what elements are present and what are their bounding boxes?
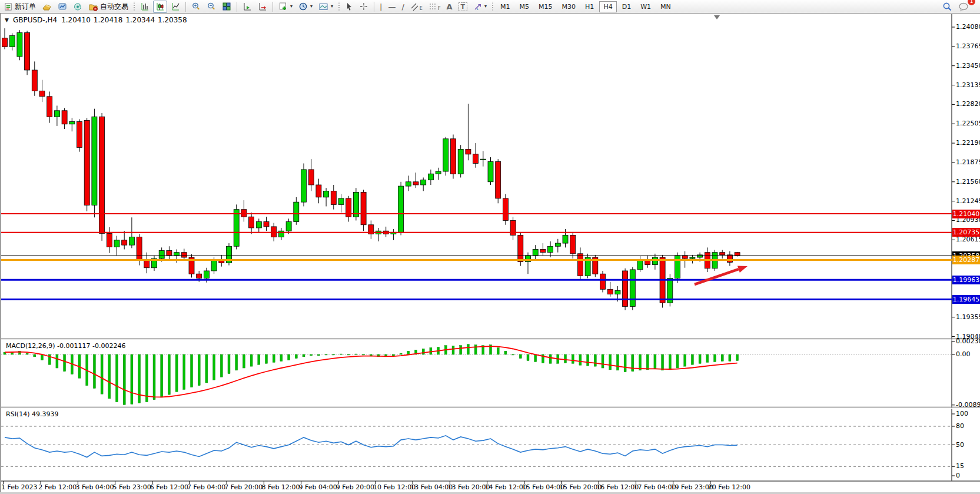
timeframe-m5[interactable]: M5 <box>516 1 534 12</box>
timeframe-m30[interactable]: M30 <box>558 1 580 12</box>
text-tool[interactable]: A <box>444 1 455 13</box>
price-level-label: 1.21040 <box>952 210 980 218</box>
candlestick-chart-button[interactable] <box>153 1 167 13</box>
chart-shift-marker[interactable] <box>714 15 720 19</box>
price-axis-label: 1.21245 <box>956 197 980 205</box>
channel-e-suffix: E <box>420 6 423 11</box>
shapes-dropdown-caret[interactable]: ▾ <box>484 4 487 9</box>
profile-button[interactable] <box>39 1 54 13</box>
price-axis-label: 1.23135 <box>956 81 980 89</box>
line-chart-icon <box>171 2 180 11</box>
one-click-expander-icon[interactable]: ▼ <box>5 17 9 23</box>
template-button[interactable]: ▾ <box>316 1 335 13</box>
cursor-icon <box>345 2 353 11</box>
zoom-out-button[interactable] <box>204 1 218 13</box>
ohlc-low: 1.20344 <box>125 16 155 24</box>
chart-shift-button[interactable] <box>255 1 270 13</box>
channel-icon <box>410 2 420 11</box>
date-axis-label: 14 Feb 12:00 <box>485 483 527 491</box>
date-axis-label: 20 Feb 12:00 <box>708 483 750 491</box>
date-axis-label: 13 Feb 20:00 <box>447 483 490 491</box>
price-axis-label: 1.22190 <box>956 139 980 147</box>
date-axis-label: 13 Feb 04:00 <box>410 483 453 491</box>
date-axis-label: 2 Feb 12:00 <box>38 483 77 491</box>
horizontal-line-tool[interactable]: — <box>386 1 398 13</box>
new-chart-dropdown-caret[interactable]: ▾ <box>290 4 293 9</box>
new-chart-button[interactable]: ▾ <box>276 1 295 13</box>
timeframe-h1[interactable]: H1 <box>581 1 598 12</box>
toolbar-grip[interactable] <box>134 2 135 11</box>
zoom-in-button[interactable] <box>189 1 203 13</box>
equidistant-channel-tool[interactable]: E <box>408 1 425 13</box>
macd-axis-label: -0.008939 <box>956 401 980 409</box>
chat-button[interactable]: 1 <box>956 1 972 13</box>
toolbar: 新订单 自动交易 <box>0 0 980 14</box>
shapes-tool[interactable]: ▾ <box>471 1 489 13</box>
toolbar-grip[interactable] <box>492 2 493 11</box>
annotation-arrow-head[interactable] <box>738 266 748 273</box>
timeframe-mn[interactable]: MN <box>656 1 675 12</box>
timeframe-w1[interactable]: W1 <box>636 1 655 12</box>
timeframe-d1[interactable]: D1 <box>618 1 635 12</box>
price-level-label: 1.19645 <box>952 295 980 304</box>
timeframe-m15[interactable]: M15 <box>534 1 557 12</box>
date-axis-label: 1 Feb 2023 <box>1 483 37 491</box>
period-dropdown-caret[interactable]: ▾ <box>310 4 313 9</box>
toolbar-grip[interactable] <box>338 2 340 11</box>
text-tool-icon: A <box>447 2 453 11</box>
tile-windows-button[interactable] <box>220 1 234 13</box>
line-chart-button[interactable] <box>168 1 182 13</box>
new-order-icon <box>4 2 13 11</box>
text-label-tool[interactable]: T <box>456 1 470 13</box>
price-axis-label: 1.21560 <box>956 178 980 185</box>
timeframe-m1[interactable]: M1 <box>496 1 514 12</box>
macd-axis-label: 0.002308 <box>956 337 980 345</box>
notification-badge[interactable]: 1 <box>968 0 975 5</box>
chart-canvas[interactable] <box>0 0 980 494</box>
bar-chart-button[interactable] <box>138 1 152 13</box>
search-icon <box>942 2 952 12</box>
navigator-button[interactable] <box>71 1 85 13</box>
market-watch-icon <box>58 2 67 11</box>
trendline-tool[interactable]: / <box>399 1 406 13</box>
rsi-axis-label: 15 <box>956 462 964 470</box>
zoom-out-icon <box>207 2 216 11</box>
date-axis-label: 19 Feb 23:00 <box>671 483 713 491</box>
annotation-arrow[interactable] <box>695 269 739 284</box>
date-axis-label: 7 Feb 04:00 <box>187 483 225 491</box>
crosshair-button[interactable] <box>357 1 371 13</box>
cursor-button[interactable] <box>343 1 356 13</box>
price-level-label: 1.19963 <box>952 276 980 284</box>
ohlc-high: 1.20418 <box>94 16 123 24</box>
period-button[interactable]: ▾ <box>296 1 315 13</box>
fibonacci-tool[interactable]: F <box>426 1 443 13</box>
date-axis-label: 3 Feb 04:00 <box>75 483 114 491</box>
template-dropdown-caret[interactable]: ▾ <box>331 4 333 9</box>
date-axis-label: 7 Feb 20:00 <box>224 483 263 491</box>
macd-signal-line <box>5 346 738 397</box>
new-order-label: 新订单 <box>15 2 36 12</box>
date-axis-label: 16 Feb 12:00 <box>596 483 639 491</box>
new-order-button[interactable]: 新订单 <box>2 1 38 13</box>
tile-windows-icon <box>222 2 231 11</box>
rsi-axis-label: 100 <box>956 410 968 417</box>
timeframe-h4[interactable]: H4 <box>599 1 616 12</box>
template-icon <box>318 2 328 11</box>
new-chart-icon <box>278 2 288 11</box>
rsi-indicator-label: RSI(14) 49.3939 <box>6 410 58 418</box>
price-level-label: 1.20735 <box>952 228 980 237</box>
candlestick-chart-icon <box>155 2 165 11</box>
fibonacci-icon <box>428 2 438 11</box>
auto-scroll-button[interactable] <box>240 1 254 13</box>
rsi-axis-label: 80 <box>956 422 964 430</box>
price-axis-label: 1.21875 <box>956 158 980 166</box>
profile-icon <box>42 2 52 11</box>
autotrading-button[interactable]: 自动交易 <box>86 1 131 13</box>
label-tool-icon: T <box>459 2 468 11</box>
chart-symbol-period: GBPUSD-,H4 <box>13 16 57 24</box>
search-button[interactable] <box>939 1 955 13</box>
vertical-line-tool[interactable]: | <box>377 1 384 13</box>
trendline-icon: / <box>401 2 404 11</box>
vline-icon: | <box>380 2 382 11</box>
market-watch-button[interactable] <box>55 1 69 13</box>
